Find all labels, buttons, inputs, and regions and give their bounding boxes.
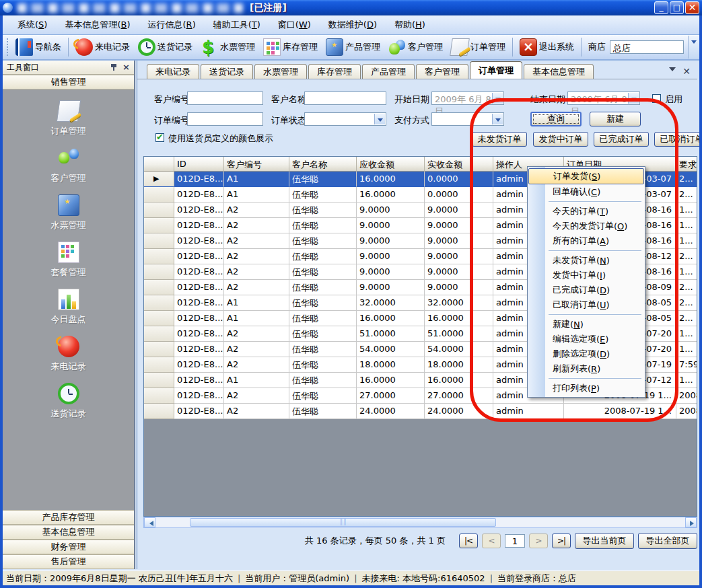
menu-item[interactable]: 窗口(W) <box>270 17 319 33</box>
col-header-customer-no[interactable]: 客户编号 <box>224 157 289 172</box>
next-page-button[interactable]: > <box>529 534 548 548</box>
context-menu-item[interactable]: 发货中订单(I) <box>528 268 644 283</box>
menu-item[interactable]: 基本信息管理(B) <box>57 17 138 33</box>
menu-item[interactable]: 运行信息(R) <box>140 17 204 33</box>
sidebar-item[interactable]: 送货记录 <box>51 383 86 420</box>
col-header-customer-name[interactable]: 客户名称 <box>289 157 357 172</box>
menu-item[interactable]: 帮助(H) <box>386 17 433 33</box>
tab[interactable]: 产品管理 <box>362 64 415 79</box>
context-menu-item[interactable]: 编辑选定项(E) <box>528 332 644 346</box>
sidebar-section[interactable]: 售后管理 <box>3 554 134 569</box>
status-filter-unshipped[interactable]: 未发货订单 <box>472 132 527 147</box>
context-menu-item[interactable]: 已取消订单(U) <box>528 297 644 312</box>
tab[interactable]: 来电记录 <box>147 64 199 79</box>
tab[interactable]: 基本信息管理 <box>524 64 594 79</box>
context-menu-item[interactable]: 今天的订单(T) <box>528 204 644 219</box>
sidebar-section[interactable]: 产品库存管理 <box>3 510 134 525</box>
col-header-receivable[interactable]: 应收金额 <box>357 157 425 172</box>
toolbar-navbar-button[interactable]: 导航条 <box>11 37 65 57</box>
tab-overflow-icon[interactable] <box>669 67 676 75</box>
row-header-cell[interactable] <box>144 249 174 264</box>
query-button[interactable]: 查询 <box>530 112 582 126</box>
row-header-cell[interactable] <box>144 311 174 326</box>
row-header-cell[interactable] <box>144 342 174 357</box>
tab[interactable]: 水票管理 <box>254 64 307 79</box>
status-filter-cancelled[interactable]: 已取消订单 <box>654 132 702 147</box>
row-header-cell[interactable] <box>144 357 174 373</box>
last-page-button[interactable]: >| <box>552 534 571 548</box>
customer-no-input[interactable] <box>187 91 263 105</box>
context-menu-item[interactable]: 删除选定项(D) <box>528 346 644 361</box>
first-page-button[interactable]: |< <box>459 534 478 548</box>
menu-item[interactable]: 数据维护(D) <box>320 17 385 33</box>
context-menu-item[interactable]: 订单发货(S) <box>528 168 644 184</box>
sidebar-item[interactable]: 今日盘点 <box>51 289 86 326</box>
toolbar-grip[interactable] <box>7 38 9 56</box>
col-header-id[interactable]: ID <box>174 157 224 172</box>
grid-corner-cell[interactable] <box>144 157 174 172</box>
context-menu-item[interactable]: 今天的发货订单(O) <box>528 219 644 233</box>
sidebar-item[interactable]: 客户管理 <box>51 147 86 184</box>
horizontal-scrollbar[interactable] <box>143 517 697 528</box>
exit-system-button[interactable]: 退出系统 <box>516 37 578 57</box>
row-header-cell[interactable] <box>144 404 174 419</box>
row-header-cell[interactable] <box>144 326 174 342</box>
sidebar-item[interactable]: 订单管理 <box>51 100 86 137</box>
row-header-cell[interactable] <box>144 280 174 295</box>
export-current-page-button[interactable]: 导出当前页 <box>575 533 634 549</box>
row-header-cell[interactable] <box>144 187 174 203</box>
table-row[interactable]: 012D-E8... A2 伍华聪 24.0000 24.0000 admin … <box>144 404 697 419</box>
menu-item[interactable]: 系统(S) <box>9 17 55 33</box>
scroll-left-arrow[interactable] <box>144 517 155 527</box>
sidebar-section-sales[interactable]: 销售管理 <box>3 75 134 89</box>
prev-page-button[interactable]: < <box>482 534 501 548</box>
row-header-cell[interactable] <box>144 218 174 233</box>
toolbar-button[interactable]: 送货记录 <box>134 37 197 57</box>
export-all-pages-button[interactable]: 导出全部页 <box>638 533 697 549</box>
toolbar-button[interactable]: 水票管理 <box>197 37 259 57</box>
status-filter-shipping[interactable]: 发货中订单 <box>533 132 588 147</box>
customer-name-input[interactable] <box>304 91 386 105</box>
new-button[interactable]: 新建 <box>590 112 641 126</box>
col-header-received[interactable]: 实收金额 <box>425 157 493 172</box>
sidebar-item[interactable]: 套餐管理 <box>51 242 86 279</box>
scrollbar-thumb[interactable] <box>190 518 496 527</box>
delivery-color-checkbox[interactable] <box>155 133 164 142</box>
order-status-select[interactable] <box>304 112 386 126</box>
row-header-cell[interactable] <box>144 388 174 404</box>
order-no-input[interactable] <box>187 112 263 126</box>
close-button[interactable]: ✕ <box>685 1 699 14</box>
context-menu-item[interactable]: 未发货订单(N) <box>528 253 644 268</box>
row-header-cell[interactable] <box>144 172 174 187</box>
scroll-right-arrow[interactable] <box>685 517 697 527</box>
col-header-required-date[interactable]: 要求到货日期 <box>676 157 697 172</box>
row-header-cell[interactable] <box>144 373 174 388</box>
end-date-picker[interactable]: 2009年 6月 8日 <box>567 91 640 105</box>
page-number-input[interactable]: 1 <box>505 534 525 548</box>
context-menu-item[interactable]: 所有的订单(A) <box>528 233 644 248</box>
tab[interactable]: 库存管理 <box>308 64 361 79</box>
sidebar-close-icon[interactable]: × <box>122 63 130 71</box>
context-menu-item[interactable]: 回单确认(C) <box>528 184 644 199</box>
start-date-picker[interactable]: 2009年 6月 8日 <box>431 91 504 105</box>
status-filter-completed[interactable]: 已完成订单 <box>594 132 649 147</box>
context-menu-item[interactable]: 已完成订单(D) <box>528 283 644 297</box>
toolbar-button[interactable]: 订单管理 <box>447 37 510 57</box>
tab[interactable]: 订单管理 <box>470 61 522 79</box>
enable-checkbox[interactable] <box>652 94 661 103</box>
maximize-button[interactable]: □ <box>670 1 684 14</box>
toolbar-button[interactable]: 库存管理 <box>259 37 322 57</box>
row-header-cell[interactable] <box>144 295 174 311</box>
row-header-cell[interactable] <box>144 233 174 249</box>
minimize-button[interactable]: _ <box>654 1 668 14</box>
pin-icon[interactable] <box>110 63 117 71</box>
toolbar-button[interactable]: 客户管理 <box>384 37 447 57</box>
context-menu-item[interactable]: 打印列表(P) <box>528 381 644 396</box>
sidebar-section[interactable]: 财务管理 <box>3 540 134 554</box>
context-menu-item[interactable]: 新建(N) <box>528 317 644 332</box>
sidebar-item[interactable]: 来电记录 <box>51 336 86 373</box>
row-header-cell[interactable] <box>144 264 174 280</box>
toolbar-button[interactable]: 产品管理 <box>322 37 384 57</box>
sidebar-item[interactable]: 水票管理 <box>51 194 86 231</box>
tab[interactable]: 送货记录 <box>201 64 253 79</box>
